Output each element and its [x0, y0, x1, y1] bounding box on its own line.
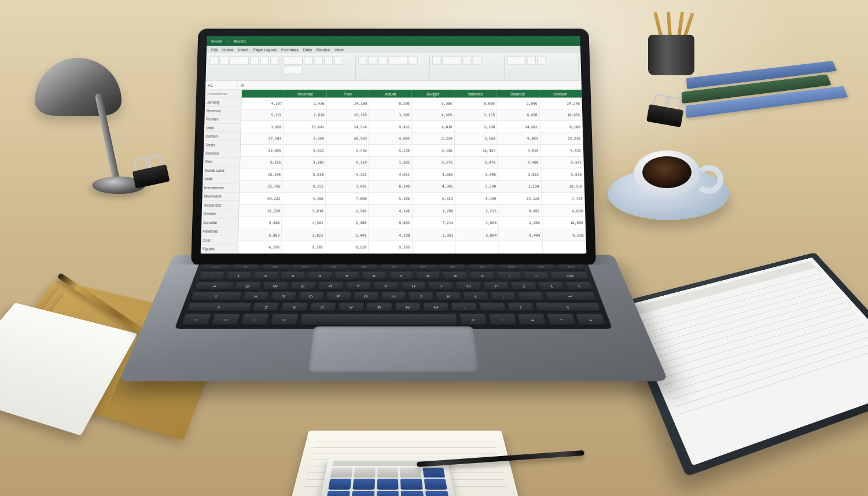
cell[interactable]: 2,828 — [284, 109, 327, 120]
cell[interactable]: 5,032 — [540, 145, 584, 156]
column-header[interactable]: Variance — [454, 90, 497, 97]
cell[interactable]: 7,729 — [542, 193, 585, 204]
menu-formulas[interactable]: Formulas — [281, 47, 299, 52]
cell[interactable]: 2,308 — [455, 181, 498, 192]
cell[interactable]: 2,846 — [497, 98, 540, 109]
menu-home[interactable]: Home — [222, 47, 234, 52]
cell[interactable]: 4,603 — [369, 133, 412, 145]
cell[interactable]: 5,804 — [455, 229, 499, 241]
cell[interactable]: 9,219 — [326, 157, 369, 168]
table-row[interactable]: 39,3205,0102,5494,1463,2002,2139,0874,65… — [239, 205, 585, 217]
column-header[interactable]: Division — [539, 90, 582, 97]
cell[interactable]: 18,019 — [541, 181, 584, 192]
table-row[interactable]: 25,7069,3511,0018,1404,3012,3082,10418,0… — [240, 181, 584, 193]
column-header[interactable]: Budget — [412, 90, 454, 97]
table-row[interactable]: 3,95870,64254,5249,4156,0185,19824,0928,… — [241, 121, 583, 133]
cell[interactable]: 4,301 — [282, 217, 325, 229]
cell[interactable]: 2,135 — [454, 109, 497, 120]
table-body[interactable]: 4,3072,43624,1008,1905,3065,0892,84624,2… — [238, 98, 587, 254]
column-header[interactable]: Actual — [369, 90, 411, 97]
cell[interactable]: 7,214 — [412, 217, 455, 229]
cell[interactable]: 5,306 — [412, 98, 455, 109]
cell[interactable]: 3,023 — [282, 229, 325, 241]
row-label[interactable]: Investments — [203, 183, 240, 192]
spreadsheet-grid[interactable]: Transactional JanuaryRevenueRentalsOrbit… — [201, 90, 587, 253]
cell[interactable]: 5,010 — [282, 205, 326, 216]
cell[interactable]: 1,998 — [455, 217, 499, 229]
cell[interactable]: 5,089 — [454, 98, 497, 109]
cell[interactable]: 3,366 — [282, 193, 326, 204]
row-label[interactable]: Durban — [204, 132, 240, 141]
cell[interactable]: 9,534 — [326, 145, 369, 156]
cell[interactable]: 2,104 — [498, 181, 542, 192]
cell[interactable]: 54,524 — [326, 121, 369, 132]
cell[interactable]: 9,802 — [369, 217, 412, 229]
cell[interactable]: 4,301 — [412, 181, 455, 192]
cell[interactable]: 2,298 — [499, 217, 542, 229]
cell[interactable]: 23,128 — [498, 193, 542, 204]
cell[interactable]: 6,323 — [412, 193, 455, 204]
cell[interactable]: 3,958 — [241, 121, 284, 132]
menu-page-layout[interactable]: Page Layout — [253, 47, 277, 52]
cell[interactable]: 2,445 — [325, 229, 369, 241]
cell[interactable]: 9,803 — [498, 133, 540, 145]
menu-review[interactable]: Review — [317, 47, 330, 52]
cell[interactable]: 2,549 — [326, 205, 369, 216]
cell[interactable]: 1,302 — [369, 157, 412, 168]
cell[interactable]: 18,656 — [539, 109, 582, 120]
row-label[interactable]: Nobile Land — [203, 167, 240, 175]
row-label[interactable]: Revenue — [205, 107, 241, 116]
cell[interactable] — [412, 241, 455, 253]
cell[interactable]: 9,022 — [284, 145, 326, 156]
row-label[interactable]: Auroride — [201, 218, 238, 227]
table-row[interactable]: 15,1085,5284,3224,0113,2631,4082,8135,81… — [240, 168, 584, 181]
cell[interactable]: 4,108 — [369, 229, 412, 241]
table-row[interactable]: 27,1435,10945,5434,6032,2293,1699,80322,… — [241, 133, 583, 145]
cell[interactable]: 9,460 — [498, 157, 541, 168]
row-label[interactable]: Units — [203, 175, 240, 183]
cell[interactable]: 5,109 — [284, 133, 326, 145]
cell[interactable]: 5,106 — [369, 193, 413, 204]
fx-icon[interactable]: fx — [238, 83, 248, 87]
table-row[interactable]: 4,2995,1859,1285,185 — [238, 241, 587, 253]
column-header[interactable]: Plan — [327, 90, 369, 97]
cell[interactable]: 9,128 — [325, 241, 369, 253]
cell[interactable]: 4,322 — [326, 168, 369, 180]
cell[interactable]: 5,185 — [369, 241, 412, 253]
cell[interactable]: 5,275 — [412, 157, 455, 168]
table-row[interactable]: 9,1653,5019,2191,3025,2755,0769,4609,322 — [240, 157, 584, 169]
cell[interactable]: 5,185 — [282, 241, 325, 253]
cell[interactable]: 25,706 — [240, 181, 283, 192]
menu-insert[interactable]: Insert — [238, 47, 248, 52]
cell[interactable]: 70,642 — [284, 121, 326, 132]
cell[interactable]: 4,011 — [369, 168, 412, 180]
cell[interactable]: 9,351 — [283, 181, 326, 192]
cell[interactable]: 4,146 — [369, 205, 412, 216]
cell[interactable]: 4,589 — [412, 109, 455, 120]
table-row[interactable]: 4,3072,43624,1008,1905,3065,0892,84624,2… — [241, 98, 582, 109]
row-label[interactable]: Totals — [204, 141, 240, 149]
cell[interactable]: 1,408 — [455, 168, 498, 180]
cell[interactable]: 5,963 — [238, 229, 282, 241]
cell[interactable]: 45,543 — [326, 133, 369, 145]
table-row[interactable]: 9,5864,3015,3009,8027,2141,9982,29818,03… — [239, 217, 586, 229]
cell[interactable]: 4,509 — [455, 193, 499, 204]
cell[interactable]: 2,213 — [455, 205, 499, 216]
column-header[interactable]: Balance — [496, 90, 539, 97]
cell[interactable]: 3,839 — [498, 145, 540, 156]
cell[interactable]: 3,200 — [412, 205, 455, 216]
cell[interactable]: 9,322 — [540, 157, 584, 168]
cell[interactable]: 2,391 — [412, 229, 455, 241]
cell[interactable]: 63,165 — [326, 109, 369, 120]
cell[interactable]: 3,501 — [283, 157, 326, 168]
cell[interactable]: 22,091 — [540, 133, 583, 145]
table-row[interactable]: 24,8099,0229,5345,2206,18624,3553,8395,0… — [240, 145, 583, 157]
row-label[interactable]: Rentals — [204, 115, 241, 124]
row-label[interactable]: Sine — [203, 158, 240, 167]
cell[interactable]: 24,092 — [497, 121, 540, 132]
cell[interactable]: 7,800 — [326, 193, 369, 204]
cell[interactable]: 9,586 — [239, 217, 282, 229]
cell[interactable]: 5,220 — [369, 145, 412, 156]
cell[interactable]: 5,528 — [283, 168, 326, 180]
cell[interactable]: 5,300 — [325, 217, 369, 229]
